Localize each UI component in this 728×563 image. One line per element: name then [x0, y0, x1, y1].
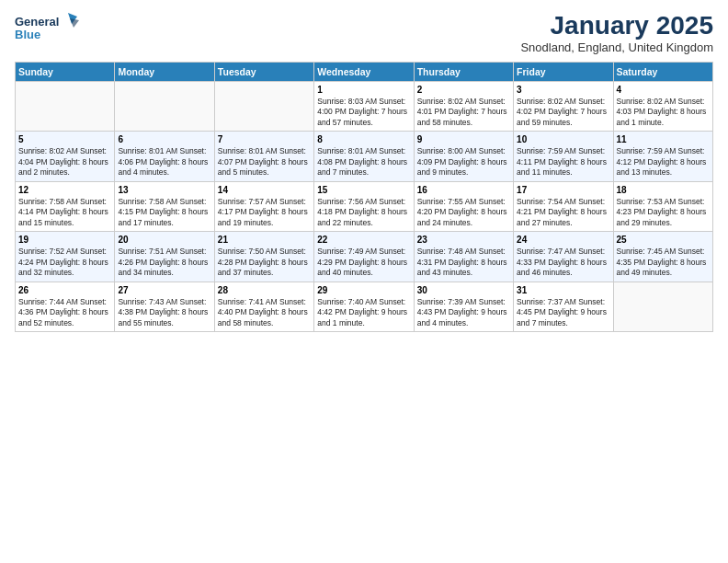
- day-info: Sunrise: 8:01 AM Sunset: 4:08 PM Dayligh…: [317, 146, 410, 178]
- day-info: Sunrise: 7:57 AM Sunset: 4:17 PM Dayligh…: [218, 197, 311, 228]
- day-info: Sunrise: 7:54 AM Sunset: 4:21 PM Dayligh…: [517, 197, 609, 228]
- day-number: 16: [417, 185, 510, 195]
- table-row: 9Sunrise: 8:00 AM Sunset: 4:09 PM Daylig…: [414, 132, 513, 181]
- calendar-week-row: 5Sunrise: 8:02 AM Sunset: 4:04 PM Daylig…: [16, 132, 713, 181]
- day-number: 26: [18, 285, 111, 295]
- day-number: 14: [218, 185, 311, 195]
- table-row: [16, 82, 115, 132]
- table-row: [214, 82, 313, 132]
- day-info: Sunrise: 8:01 AM Sunset: 4:07 PM Dayligh…: [218, 146, 311, 178]
- table-row: [613, 282, 712, 331]
- table-row: 20Sunrise: 7:51 AM Sunset: 4:26 PM Dayli…: [115, 232, 214, 282]
- calendar-week-row: 26Sunrise: 7:44 AM Sunset: 4:36 PM Dayli…: [16, 282, 713, 331]
- table-row: 28Sunrise: 7:41 AM Sunset: 4:40 PM Dayli…: [214, 282, 313, 331]
- day-info: Sunrise: 7:50 AM Sunset: 4:28 PM Dayligh…: [218, 247, 311, 278]
- calendar-week-row: 12Sunrise: 7:58 AM Sunset: 4:14 PM Dayli…: [16, 181, 713, 231]
- day-info: Sunrise: 7:44 AM Sunset: 4:36 PM Dayligh…: [18, 297, 111, 328]
- day-info: Sunrise: 7:52 AM Sunset: 4:24 PM Dayligh…: [18, 247, 111, 278]
- day-info: Sunrise: 7:37 AM Sunset: 4:45 PM Dayligh…: [517, 297, 609, 328]
- day-info: Sunrise: 8:02 AM Sunset: 4:01 PM Dayligh…: [417, 97, 510, 128]
- day-number: 28: [218, 285, 311, 295]
- day-info: Sunrise: 7:43 AM Sunset: 4:38 PM Dayligh…: [118, 297, 210, 328]
- table-row: 24Sunrise: 7:47 AM Sunset: 4:33 PM Dayli…: [514, 232, 613, 282]
- table-row: 21Sunrise: 7:50 AM Sunset: 4:28 PM Dayli…: [214, 232, 313, 282]
- day-info: Sunrise: 7:47 AM Sunset: 4:33 PM Dayligh…: [517, 247, 609, 278]
- day-number: 4: [617, 85, 710, 95]
- day-info: Sunrise: 7:59 AM Sunset: 4:11 PM Dayligh…: [517, 146, 609, 178]
- table-row: 2Sunrise: 8:02 AM Sunset: 4:01 PM Daylig…: [414, 82, 513, 132]
- day-number: 2: [417, 85, 510, 95]
- table-row: 10Sunrise: 7:59 AM Sunset: 4:11 PM Dayli…: [514, 132, 613, 181]
- logo: General Blue: [15, 11, 79, 46]
- table-row: 18Sunrise: 7:53 AM Sunset: 4:23 PM Dayli…: [613, 181, 712, 231]
- calendar-table: Sunday Monday Tuesday Wednesday Thursday…: [15, 62, 713, 332]
- day-number: 18: [617, 185, 710, 195]
- table-row: 8Sunrise: 8:01 AM Sunset: 4:08 PM Daylig…: [314, 132, 414, 181]
- day-info: Sunrise: 8:01 AM Sunset: 4:06 PM Dayligh…: [118, 146, 210, 178]
- table-row: 29Sunrise: 7:40 AM Sunset: 4:42 PM Dayli…: [314, 282, 414, 331]
- table-row: 7Sunrise: 8:01 AM Sunset: 4:07 PM Daylig…: [214, 132, 313, 181]
- calendar-week-row: 1Sunrise: 8:03 AM Sunset: 4:00 PM Daylig…: [16, 82, 713, 132]
- day-info: Sunrise: 7:41 AM Sunset: 4:40 PM Dayligh…: [218, 297, 311, 328]
- table-row: 15Sunrise: 7:56 AM Sunset: 4:18 PM Dayli…: [314, 181, 414, 231]
- calendar-header-row: Sunday Monday Tuesday Wednesday Thursday…: [16, 63, 713, 82]
- header-friday: Friday: [514, 63, 613, 82]
- day-number: 3: [517, 85, 609, 95]
- svg-marker-3: [70, 18, 79, 28]
- day-number: 24: [517, 235, 609, 245]
- day-number: 8: [317, 134, 410, 144]
- svg-text:General: General: [15, 15, 59, 29]
- day-info: Sunrise: 7:59 AM Sunset: 4:12 PM Dayligh…: [617, 146, 710, 178]
- day-info: Sunrise: 8:02 AM Sunset: 4:04 PM Dayligh…: [18, 146, 111, 178]
- day-number: 9: [417, 134, 510, 144]
- day-info: Sunrise: 7:48 AM Sunset: 4:31 PM Dayligh…: [417, 247, 510, 278]
- day-info: Sunrise: 7:55 AM Sunset: 4:20 PM Dayligh…: [417, 197, 510, 228]
- table-row: 6Sunrise: 8:01 AM Sunset: 4:06 PM Daylig…: [115, 132, 214, 181]
- calendar-page: General Blue January 2025 Snodland, Engl…: [0, 0, 728, 563]
- day-number: 12: [18, 185, 111, 195]
- title-area: January 2025 Snodland, England, United K…: [520, 11, 713, 54]
- day-number: 31: [517, 285, 609, 295]
- day-number: 29: [317, 285, 410, 295]
- table-row: 30Sunrise: 7:39 AM Sunset: 4:43 PM Dayli…: [414, 282, 513, 331]
- table-row: 12Sunrise: 7:58 AM Sunset: 4:14 PM Dayli…: [16, 181, 115, 231]
- header-tuesday: Tuesday: [214, 63, 313, 82]
- header-wednesday: Wednesday: [314, 63, 414, 82]
- header-monday: Monday: [115, 63, 214, 82]
- day-number: 20: [118, 235, 210, 245]
- day-number: 11: [617, 134, 710, 144]
- table-row: 27Sunrise: 7:43 AM Sunset: 4:38 PM Dayli…: [115, 282, 214, 331]
- day-number: 15: [317, 185, 410, 195]
- day-number: 6: [118, 134, 210, 144]
- day-number: 27: [118, 285, 210, 295]
- table-row: 3Sunrise: 8:02 AM Sunset: 4:02 PM Daylig…: [514, 82, 613, 132]
- day-number: 22: [317, 235, 410, 245]
- day-info: Sunrise: 7:56 AM Sunset: 4:18 PM Dayligh…: [317, 197, 410, 228]
- table-row: 13Sunrise: 7:58 AM Sunset: 4:15 PM Dayli…: [115, 181, 214, 231]
- month-title: January 2025: [520, 11, 713, 40]
- day-info: Sunrise: 7:39 AM Sunset: 4:43 PM Dayligh…: [417, 297, 510, 328]
- header-saturday: Saturday: [613, 63, 712, 82]
- header-sunday: Sunday: [16, 63, 115, 82]
- day-info: Sunrise: 7:45 AM Sunset: 4:35 PM Dayligh…: [617, 247, 710, 278]
- day-info: Sunrise: 8:00 AM Sunset: 4:09 PM Dayligh…: [417, 146, 510, 178]
- day-info: Sunrise: 7:58 AM Sunset: 4:15 PM Dayligh…: [118, 197, 210, 228]
- day-info: Sunrise: 7:58 AM Sunset: 4:14 PM Dayligh…: [18, 197, 111, 228]
- day-number: 7: [218, 134, 311, 144]
- day-number: 17: [517, 185, 609, 195]
- table-row: 1Sunrise: 8:03 AM Sunset: 4:00 PM Daylig…: [314, 82, 414, 132]
- table-row: 5Sunrise: 8:02 AM Sunset: 4:04 PM Daylig…: [16, 132, 115, 181]
- table-row: 22Sunrise: 7:49 AM Sunset: 4:29 PM Dayli…: [314, 232, 414, 282]
- day-number: 1: [317, 85, 410, 95]
- logo-svg: General Blue: [15, 11, 79, 46]
- day-number: 5: [18, 134, 111, 144]
- day-number: 23: [417, 235, 510, 245]
- table-row: 4Sunrise: 8:02 AM Sunset: 4:03 PM Daylig…: [613, 82, 712, 132]
- table-row: 23Sunrise: 7:48 AM Sunset: 4:31 PM Dayli…: [414, 232, 513, 282]
- day-info: Sunrise: 7:49 AM Sunset: 4:29 PM Dayligh…: [317, 247, 410, 278]
- calendar-week-row: 19Sunrise: 7:52 AM Sunset: 4:24 PM Dayli…: [16, 232, 713, 282]
- table-row: 26Sunrise: 7:44 AM Sunset: 4:36 PM Dayli…: [16, 282, 115, 331]
- day-number: 19: [18, 235, 111, 245]
- header-thursday: Thursday: [414, 63, 513, 82]
- day-number: 21: [218, 235, 311, 245]
